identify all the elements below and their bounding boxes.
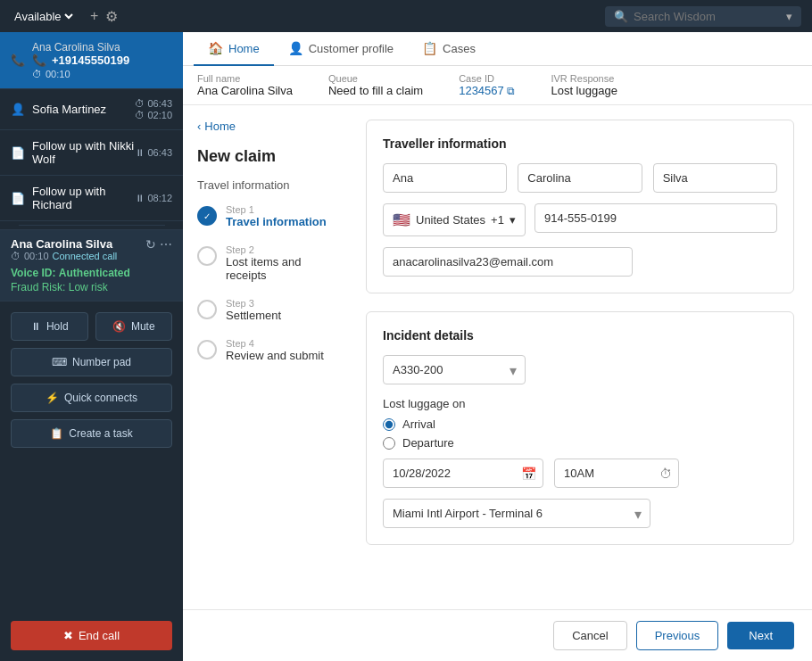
step-1: ✓ Step 1 Travel information [197,204,334,228]
form-area: Traveller information [348,105,812,609]
end-call-icon: ✖ [63,629,73,642]
clock-icon: ⏱ [32,69,42,79]
aircraft-select[interactable]: A330-200 [383,355,526,384]
queue-value: Need to fill a claim [328,84,423,97]
phone-input-wrap [534,203,777,236]
airport-select-wrap: Miami Intl Airport - Terminal 6 [383,499,650,528]
call-times-nikki: ⏸ 06:43 [135,147,172,158]
agent-name: Ana Carolina Silva [11,237,117,251]
departure-option[interactable]: Departure [383,436,777,450]
quick-connects-button[interactable]: ⚡ Quick connects [11,384,172,412]
country-select[interactable]: 🇺🇸 United States +1 ▾ [383,203,526,236]
mute-button[interactable]: 🔇 Mute [95,312,173,341]
middle-name-input[interactable] [518,163,642,193]
end-call-button[interactable]: ✖ End call [11,621,172,650]
arrival-label: Arrival [402,417,435,431]
first-name-field [383,163,507,193]
phone-row: 🇺🇸 United States +1 ▾ [383,203,777,236]
call-info-nikki: Follow up with Nikki Wolf [32,139,135,166]
departure-radio[interactable] [383,437,395,450]
call-info-sofia: Sofia Martinez [32,103,135,116]
active-call-item[interactable]: 📞 Ana Carolina Silva 📞 +19145550199 ⏱ 00… [0,32,183,89]
active-call-number: Ana Carolina Silva [32,41,172,54]
step-1-circle: ✓ [197,206,217,226]
cancel-button[interactable]: Cancel [553,621,626,650]
last-name-field [653,163,777,193]
pause-icon-2: ⏸ [135,193,145,203]
back-link[interactable]: ‹ Home [197,120,334,133]
case-id-field: Case ID 1234567 ⧉ [459,73,515,97]
step-3-text: Step 3 Settlement [226,298,281,322]
tab-customer-profile[interactable]: 👤 Customer profile [274,32,408,66]
phone-icon: 📞 [11,54,25,67]
airport-select[interactable]: Miami Intl Airport - Terminal 6 [383,499,650,528]
case-id-label: Case ID [459,73,515,84]
settings-icon[interactable]: ⚙ [105,8,118,25]
numpad-icon: ⌨ [52,356,67,368]
cases-tab-icon: 📋 [422,41,437,55]
clock-icon-agent: ⏱ [11,251,21,261]
refresh-icon[interactable]: ↻ [145,237,156,252]
incident-details-card: Incident details A330-200 Lost luggage o… [366,311,794,545]
step-4: Step 4 Review and submit [197,338,334,362]
call-item-sofia[interactable]: 👤 Sofia Martinez ⏱ 06:43 ⏱ 02:10 [0,89,183,130]
queue-field: Queue Need to fill a claim [328,73,423,97]
hold-mute-row: ⏸ Hold 🔇 Mute [11,312,172,341]
flag-icon: 🇺🇸 [393,211,410,228]
call-item-nikki[interactable]: 📄 Follow up with Nikki Wolf ⏸ 06:43 [0,130,183,176]
copy-icon[interactable]: ⧉ [507,85,515,97]
step-2: Step 2 Lost items and receipts [197,244,334,282]
last-name-input[interactable] [653,163,777,193]
end-call-area: ✖ End call [0,610,183,661]
aircraft-row: A330-200 [383,355,777,384]
page-title: New claim [197,147,334,166]
email-input[interactable] [383,247,633,277]
agent-call-status: ⏱ 00:10 Connected call [11,251,117,261]
call-times-richard: ⏸ 08:12 [135,193,172,203]
step-3-circle [197,300,217,319]
quick-connect-icon: ⚡ [46,392,59,404]
search-bar[interactable]: 🔍 ▾ [605,6,801,27]
fraud-risk-row: Fraud Risk: Low risk [11,281,172,293]
tab-home[interactable]: 🏠 Home [194,32,274,66]
add-icon[interactable]: + [90,8,98,24]
search-dropdown-icon[interactable]: ▾ [786,10,792,23]
arrival-option[interactable]: Arrival [383,417,777,431]
time-input[interactable] [554,459,679,488]
previous-button[interactable]: Previous [636,621,719,650]
more-options-icon[interactable]: ⋯ [160,237,172,252]
first-name-input[interactable] [383,163,507,193]
right-panel: 🏠 Home 👤 Customer profile 📋 Cases Full n… [183,32,812,661]
status-dropdown[interactable]: Available Busy Away [11,9,76,24]
hold-button[interactable]: ⏸ Hold [11,312,88,341]
profile-tab-icon: 👤 [288,41,303,55]
name-row [383,163,777,193]
lost-luggage-group: Lost luggage on Arrival Departure [383,397,777,450]
content-area: ‹ Home New claim Travel information ✓ St… [183,105,812,609]
create-task-button[interactable]: 📋 Create a task [11,419,172,448]
departure-label: Departure [402,436,454,450]
full-name-label: Full name [197,73,293,84]
clock-icon-1: ⏱ [135,98,145,109]
ivr-label: IVR Response [551,73,617,84]
arrival-radio[interactable] [383,418,395,431]
pause-icon-1: ⏸ [135,147,145,158]
date-input[interactable] [383,459,543,488]
phone-input[interactable] [534,203,777,233]
section-label: Travel information [197,178,334,192]
form-footer: Cancel Previous Next [183,609,812,661]
call-item-richard[interactable]: 📄 Follow up with Richard ⏸ 08:12 [0,176,183,221]
incident-card-title: Incident details [383,328,777,343]
search-input[interactable] [634,10,781,23]
case-id-link[interactable]: 1234567 [459,84,504,97]
tab-cases[interactable]: 📋 Cases [408,32,490,66]
status-selector[interactable]: Available Busy Away [11,9,76,24]
full-name-value: Ana Carolina Silva [197,84,293,97]
contact-icon: 👤 [11,103,25,116]
country-name: United States [416,213,485,227]
case-id-value: 1234567 ⧉ [459,84,515,97]
number-pad-button[interactable]: ⌨ Number pad [11,348,172,376]
traveller-card-title: Traveller information [383,136,777,151]
next-button[interactable]: Next [727,622,794,649]
tabs-bar: 🏠 Home 👤 Customer profile 📋 Cases [183,32,812,66]
